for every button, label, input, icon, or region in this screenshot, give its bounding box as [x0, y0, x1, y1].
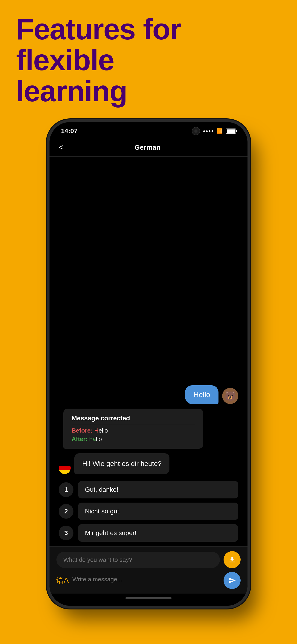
before-label: Before:	[72, 427, 94, 434]
signal-dots	[203, 130, 213, 132]
back-button[interactable]: <	[59, 142, 68, 152]
home-indicator	[50, 594, 248, 606]
option-number-2: 2	[59, 504, 74, 519]
what-to-say-input[interactable]	[56, 552, 220, 568]
user-bubble: Hello	[185, 385, 218, 404]
correction-title: Message corrected	[72, 414, 195, 424]
headline-line2: flexible	[16, 45, 181, 76]
phone-mockup: 14:07 📶	[50, 122, 248, 606]
phone-shell: 14:07 📶	[50, 122, 248, 606]
wifi-icon: 📶	[216, 128, 223, 134]
headline-line1: Features for	[16, 14, 181, 45]
after-label: After:	[72, 436, 89, 442]
option-row-1[interactable]: 1 Gut, danke!	[59, 481, 238, 498]
send-button[interactable]	[224, 572, 240, 589]
input-row-top	[56, 551, 240, 568]
correction-after: After: hallo	[72, 436, 195, 443]
after-rest-text: llo	[96, 436, 102, 442]
option-number-1: 1	[59, 482, 74, 497]
headline-line3: learning	[16, 76, 181, 107]
status-bar: 14:07 📶	[50, 122, 248, 138]
before-correct-text: ello	[98, 427, 108, 434]
bear-avatar: 🐻	[222, 388, 238, 404]
ai-bubble: Hi! Wie geht es dir heute?	[74, 453, 170, 474]
status-time: 14:07	[61, 127, 78, 135]
chat-area: Hello 🐻 Message corrected Before: Hello …	[50, 156, 248, 478]
user-message-row: Hello 🐻	[59, 385, 238, 404]
send-icon	[228, 576, 236, 584]
option-text-2[interactable]: Nicht so gut.	[78, 502, 238, 520]
translate-icon: 语A	[56, 575, 68, 586]
option-text-3[interactable]: Mir geht es super!	[78, 524, 238, 542]
flag-black-stripe	[59, 462, 71, 466]
battery-fill	[227, 130, 235, 133]
input-row-bottom: 语A	[56, 572, 240, 589]
flag-red-stripe	[59, 466, 71, 470]
home-bar	[126, 597, 172, 599]
ai-message-row: Hi! Wie geht es dir heute?	[59, 453, 238, 474]
correction-bubble: Message corrected Before: Hello After: h…	[63, 408, 203, 449]
option-text-1[interactable]: Gut, danke!	[78, 481, 238, 498]
download-icon	[228, 556, 236, 564]
camera-dot	[194, 130, 198, 133]
option-row-3[interactable]: 3 Mir geht es super!	[59, 524, 238, 542]
option-number-3: 3	[59, 526, 74, 540]
phone-screen: 14:07 📶	[50, 122, 248, 606]
after-correct-text: ha	[89, 436, 96, 442]
headline: Features for flexible learning	[16, 14, 181, 107]
camera-notch	[192, 127, 200, 135]
status-right: 📶	[192, 127, 236, 135]
nav-title: German	[68, 144, 227, 151]
chat-spacer	[59, 166, 238, 381]
battery-icon	[226, 128, 236, 134]
input-area: 语A	[50, 546, 248, 594]
nav-bar: < German	[50, 138, 248, 156]
download-button[interactable]	[224, 551, 240, 568]
flag-gold-stripe	[59, 470, 71, 474]
message-input[interactable]	[72, 576, 220, 585]
german-flag	[59, 462, 71, 474]
option-row-2[interactable]: 2 Nicht so gut.	[59, 502, 238, 520]
options-area: 1 Gut, danke! 2 Nicht so gut. 3 Mir geht…	[50, 478, 248, 546]
before-wrong-text: H	[94, 427, 98, 434]
correction-before: Before: Hello	[72, 427, 195, 434]
